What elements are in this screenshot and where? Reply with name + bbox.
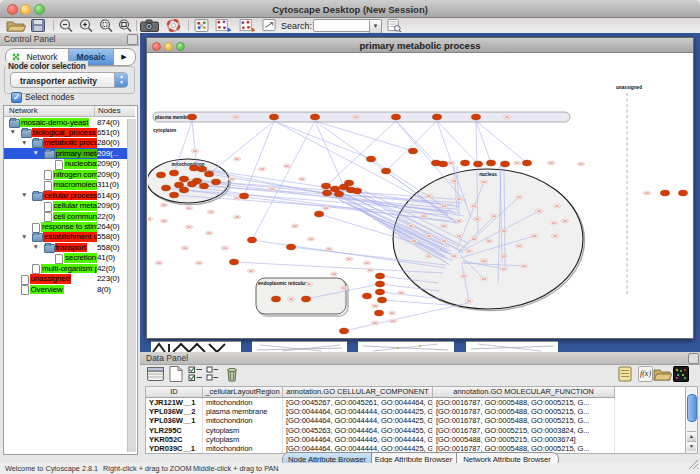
- tree-row[interactable]: ▼biological_process651(0): [4, 127, 127, 137]
- table-cell[interactable]: [GO:0045263, GO:0044464, GO:0044455, G..…: [283, 426, 433, 435]
- scroll-up-button[interactable]: ▲: [687, 431, 696, 441]
- graph-node[interactable]: [271, 296, 280, 302]
- graph-node[interactable]: [374, 310, 383, 316]
- table-column-header[interactable]: annotation.GO MOLECULAR_FUNCTION: [433, 387, 615, 398]
- zoom-in-icon[interactable]: [79, 19, 93, 32]
- graph-node[interactable]: [169, 170, 178, 176]
- tree-row[interactable]: cellular metabol209(0): [4, 201, 127, 211]
- table-cell[interactable]: YJR121W__1: [146, 398, 203, 407]
- tree-row[interactable]: unassigned223(0): [4, 274, 127, 284]
- table-cell[interactable]: [GO:0016787, GO:0005488, GO:0005215, G..…: [433, 398, 615, 407]
- tree-row[interactable]: response to stimulu264(0): [4, 222, 127, 232]
- search-grid-icon[interactable]: [387, 19, 402, 32]
- delete-attribute-icon[interactable]: [225, 366, 239, 382]
- snapshot-icon[interactable]: [140, 19, 159, 32]
- graph-node[interactable]: [174, 182, 183, 188]
- graph-node[interactable]: [366, 156, 375, 162]
- help-ring-icon[interactable]: [166, 19, 181, 32]
- attribute-table[interactable]: ID_cellularLayoutRegionannotation.GO CEL…: [145, 386, 688, 454]
- table-scrollbar[interactable]: ▲ ▼: [685, 386, 698, 454]
- graph-node[interactable]: [408, 148, 417, 154]
- table-cell[interactable]: [GO:0044464, GO:0044444, GO:0044425, G..…: [283, 407, 433, 416]
- graph-node[interactable]: [391, 114, 400, 120]
- graph-node[interactable]: [301, 296, 310, 302]
- graph-node[interactable]: [239, 193, 248, 199]
- table-cell[interactable]: [GO:0045267, GO:0045261, GO:0044464, G..…: [283, 398, 433, 407]
- table-column-header[interactable]: ID: [146, 387, 203, 398]
- graph-node[interactable]: [322, 190, 331, 196]
- table-icon[interactable]: [147, 366, 164, 382]
- graph-node[interactable]: [187, 114, 196, 120]
- graph-node[interactable]: [211, 179, 220, 185]
- table-cell[interactable]: YLR295C: [146, 426, 203, 435]
- graph-node[interactable]: [500, 161, 509, 167]
- graph-node[interactable]: [321, 183, 330, 189]
- open-folder-icon[interactable]: [6, 19, 26, 32]
- table-cell[interactable]: cytoplasm: [203, 435, 283, 444]
- graph-node[interactable]: [187, 181, 196, 187]
- tree-row[interactable]: nucleobase-209(0): [4, 159, 127, 169]
- graph-node[interactable]: [269, 114, 278, 120]
- scroll-down-button[interactable]: ▼: [687, 441, 696, 451]
- table-cell[interactable]: [GO:0016787, GO:0005488, GO:0005215, G..…: [433, 407, 615, 416]
- tree-expander-icon[interactable]: ▼: [21, 233, 27, 240]
- table-scrollbar-thumb[interactable]: [687, 394, 697, 422]
- graph-node[interactable]: [432, 114, 441, 120]
- new-document-icon[interactable]: [169, 366, 183, 382]
- save-icon[interactable]: [31, 19, 45, 32]
- table-cell[interactable]: mitochondrion: [203, 444, 283, 453]
- graph-node[interactable]: [471, 114, 480, 120]
- graph-node[interactable]: [179, 187, 188, 193]
- tree-row[interactable]: ▼establishment of lo558(0): [4, 232, 127, 242]
- tree-row[interactable]: Overview8(0): [4, 284, 127, 294]
- table-column-header[interactable]: annotation.GO CELLULAR_COMPONENT: [283, 387, 433, 398]
- unselect-attributes-icon[interactable]: [206, 366, 220, 382]
- matrix-icon[interactable]: [673, 366, 689, 382]
- table-cell[interactable]: cytoplasm: [203, 426, 283, 435]
- graph-node[interactable]: [678, 190, 687, 196]
- tree-expander-icon[interactable]: ▼: [21, 139, 27, 146]
- graph-node[interactable]: [339, 328, 348, 334]
- graph-node[interactable]: [310, 114, 319, 120]
- select-attributes-icon[interactable]: [188, 366, 204, 382]
- graph-node[interactable]: [473, 161, 482, 167]
- graph-node[interactable]: [247, 237, 256, 243]
- tree-row[interactable]: secretion41(0): [4, 253, 127, 263]
- graph-node[interactable]: [334, 191, 343, 197]
- notes-icon[interactable]: [618, 366, 633, 382]
- graph-node[interactable]: [189, 165, 198, 171]
- zoom-selected-icon[interactable]: [99, 19, 113, 32]
- tree-row[interactable]: mosaic-demo-yeast874(0): [4, 117, 127, 127]
- tree-row[interactable]: ▼transport558(0): [4, 242, 127, 252]
- graph-node[interactable]: [375, 289, 384, 295]
- select-nodes-checkbox[interactable]: ✓: [11, 92, 22, 103]
- data-panel-float-icon[interactable]: [688, 353, 699, 364]
- graph-node[interactable]: [375, 281, 384, 287]
- graph-node[interactable]: [197, 166, 206, 172]
- graph-node[interactable]: [460, 160, 469, 166]
- tree-row[interactable]: macromolecule311(0): [4, 180, 127, 190]
- table-cell[interactable]: YPL036W__1: [146, 416, 203, 425]
- graph-node[interactable]: [352, 188, 361, 194]
- table-cell[interactable]: YKR052C: [146, 435, 203, 444]
- import-icon[interactable]: [653, 366, 672, 382]
- table-cell[interactable]: [GO:0044464, GO:0044446, GO:0044444, G..…: [283, 435, 433, 444]
- tree-row[interactable]: ▼cellular process614(0): [4, 190, 127, 200]
- zoom-out-icon[interactable]: [59, 19, 73, 32]
- layout-2-icon[interactable]: [239, 19, 257, 32]
- control-panel-float-icon[interactable]: [127, 34, 138, 45]
- graph-node[interactable]: [438, 161, 447, 167]
- graph-node[interactable]: [286, 244, 295, 250]
- table-cell[interactable]: YDR039C__1: [146, 444, 203, 453]
- graph-node[interactable]: [522, 160, 531, 166]
- node-color-dropdown[interactable]: transporter activity ▲▼: [10, 72, 128, 88]
- graph-node[interactable]: [381, 168, 390, 174]
- table-cell[interactable]: YPL036W__2: [146, 407, 203, 416]
- graph-node[interactable]: [161, 185, 170, 191]
- zoom-fit-icon[interactable]: [118, 19, 132, 32]
- window-titlebar[interactable]: Cytoscape Desktop (New Session): [0, 0, 700, 18]
- graph-node[interactable]: [486, 160, 495, 166]
- tree-row[interactable]: multi-organism pro42(0): [4, 263, 127, 273]
- search-dropdown-button[interactable]: ▼: [369, 19, 382, 34]
- network-canvas[interactable]: plasma membranemitochondrionnucleusendop…: [148, 53, 691, 336]
